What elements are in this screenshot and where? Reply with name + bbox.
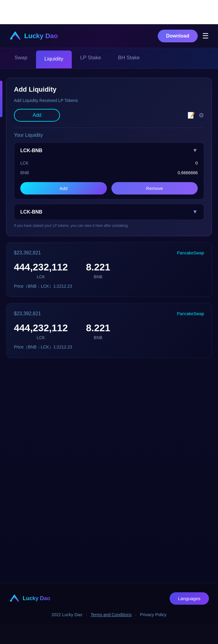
token-add-button[interactable]: Add bbox=[20, 182, 107, 195]
pool-value-number-bnb-2: 8.221 bbox=[86, 322, 110, 334]
token-pair-1-header[interactable]: LCK-BNB ▼ bbox=[20, 147, 198, 154]
footer: Lucky Dao Languages 2022 Lucky Dao · Ter… bbox=[0, 583, 218, 625]
pool-values-1: 444,232,112 LCK 8.221 BNB bbox=[14, 262, 204, 279]
pool-source-2: PancakeSwap bbox=[177, 311, 204, 316]
token-label-bnb: BNB bbox=[20, 170, 29, 175]
token-pair-1: LCK-BNB ▼ LCK 0 BNB 0.6666666 Add Remove bbox=[14, 142, 204, 199]
tab-swap[interactable]: Swap bbox=[6, 49, 36, 67]
pool-value-number-lck-2: 444,232,112 bbox=[14, 322, 68, 334]
token-label-lck: LCK bbox=[20, 161, 28, 165]
pool-price-1: Price（BNB：LCK）1:2212.23 bbox=[14, 284, 204, 289]
token-buttons-1: Add Remove bbox=[20, 182, 198, 195]
divider bbox=[14, 128, 204, 128]
nav-tabs: Swap Liquidity LP Stake BH Stake bbox=[0, 48, 218, 69]
footer-logo-text: Lucky Dao bbox=[23, 595, 50, 602]
token-pair-2: LCK-BNB ▼ bbox=[14, 204, 204, 220]
pool-price-2: Price（BNB：LCK）1:2212.23 bbox=[14, 345, 204, 350]
card-actions-row: Add 📝 ⚙ bbox=[14, 109, 204, 122]
top-bar bbox=[0, 0, 218, 24]
footer-dot-1: · bbox=[86, 612, 87, 617]
pool-value-number-lck-1: 444,232,112 bbox=[14, 262, 68, 273]
card-title: Add Liquidity bbox=[14, 86, 204, 93]
pool-value-label-lck-2: LCK bbox=[14, 335, 68, 340]
token-balances-1: LCK 0 BNB 0.6666666 bbox=[20, 158, 198, 178]
token-pair-2-name: LCK-BNB bbox=[20, 209, 42, 215]
tab-bh-stake[interactable]: BH Stake bbox=[110, 49, 148, 67]
chevron-down-icon-2: ▼ bbox=[192, 209, 198, 215]
pool-stats-2: $23,392,821 PancakeSwap 444,232,112 LCK … bbox=[6, 303, 212, 358]
side-decoration bbox=[0, 81, 2, 117]
document-icon[interactable]: 📝 bbox=[187, 112, 195, 119]
footer-top: Lucky Dao Languages bbox=[9, 592, 209, 605]
svg-point-1 bbox=[10, 600, 12, 601]
footer-links: 2022 Lucky Dao · Terms and Conditions · … bbox=[9, 612, 209, 617]
download-button[interactable]: Download bbox=[158, 30, 198, 42]
footer-dot-2: · bbox=[135, 612, 137, 617]
pool-value-label-bnb-2: BNB bbox=[86, 335, 110, 340]
your-liquidity-title: Your Liquidity bbox=[14, 132, 204, 138]
pool-stats-1: $23,392,821 PancakeSwap 444,232,112 LCK … bbox=[6, 242, 212, 297]
menu-icon[interactable]: ☰ bbox=[202, 32, 209, 40]
pool-value-lck-1: 444,232,112 LCK bbox=[14, 262, 68, 279]
languages-button[interactable]: Languages bbox=[170, 592, 209, 605]
chevron-down-icon-1: ▼ bbox=[192, 147, 198, 154]
terms-link[interactable]: Terms and Conditions bbox=[91, 612, 131, 617]
staked-note: If you have staked your LP tokens, you c… bbox=[14, 223, 204, 228]
footer-logo: Lucky Dao bbox=[9, 593, 50, 604]
tab-lp-stake[interactable]: LP Stake bbox=[72, 49, 110, 67]
pool-values-2: 444,232,112 LCK 8.221 BNB bbox=[14, 322, 204, 340]
token-remove-button[interactable]: Remove bbox=[111, 182, 198, 195]
footer-logo-icon bbox=[9, 593, 20, 604]
privacy-link[interactable]: Privacy Policy bbox=[140, 612, 167, 617]
icon-actions: 📝 ⚙ bbox=[187, 112, 204, 119]
copyright: 2022 Lucky Dao bbox=[51, 612, 82, 617]
token-row-bnb: BNB 0.6666666 bbox=[20, 168, 198, 178]
svg-point-0 bbox=[11, 38, 12, 39]
pool-source-1: PancakeSwap bbox=[177, 250, 204, 255]
pool-value-bnb-1: 8.221 BNB bbox=[86, 262, 110, 279]
token-pair-2-header[interactable]: LCK-BNB ▼ bbox=[20, 209, 198, 215]
token-row-lck: LCK 0 bbox=[20, 158, 198, 168]
header-right: Download ☰ bbox=[158, 30, 209, 42]
pool-value-bnb-2: 8.221 BNB bbox=[86, 322, 110, 340]
logo-area: Lucky Dao bbox=[9, 30, 58, 42]
add-liquidity-card: Add Liquidity Add Liquidity Received LP … bbox=[6, 78, 212, 236]
pool-dollar-1: $23,392,821 bbox=[14, 250, 41, 256]
pool-value-number-bnb-1: 8.221 bbox=[86, 262, 110, 273]
header: Lucky Dao Download ☰ bbox=[0, 24, 218, 48]
pool-value-lck-2: 444,232,112 LCK bbox=[14, 322, 68, 340]
logo-icon bbox=[9, 30, 21, 42]
pool-dollar-2: $23,392,821 bbox=[14, 311, 41, 316]
token-value-bnb: 0.6666666 bbox=[178, 170, 198, 175]
token-pair-1-name: LCK-BNB bbox=[20, 148, 42, 153]
settings-icon[interactable]: ⚙ bbox=[199, 112, 204, 119]
pool-value-label-bnb-1: BNB bbox=[86, 274, 110, 279]
pool-stats-1-header: $23,392,821 PancakeSwap bbox=[14, 250, 204, 256]
card-subtitle: Add Liquidity Received LP Tokens bbox=[14, 98, 204, 103]
main-content: Add Liquidity Add Liquidity Received LP … bbox=[0, 69, 218, 583]
tab-liquidity[interactable]: Liquidity bbox=[36, 51, 72, 68]
logo-text: Lucky Dao bbox=[24, 32, 58, 40]
pool-value-label-lck-1: LCK bbox=[14, 274, 68, 279]
token-value-lck: 0 bbox=[195, 161, 198, 165]
pool-stats-2-header: $23,392,821 PancakeSwap bbox=[14, 311, 204, 316]
add-liquidity-button[interactable]: Add bbox=[14, 109, 60, 122]
